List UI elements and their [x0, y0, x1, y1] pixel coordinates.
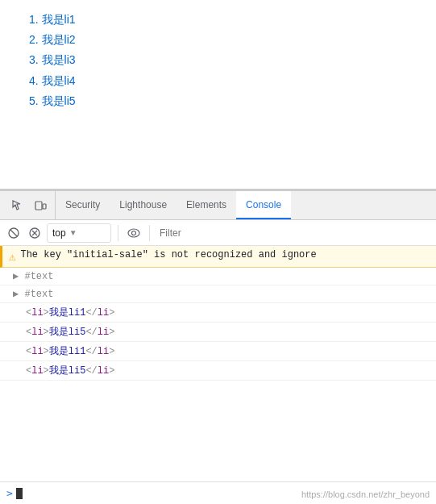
- toolbar-divider: [118, 225, 118, 241]
- list-item: 3. 我是li3: [29, 50, 423, 70]
- console-element-1: <li>我是li1</li>: [0, 303, 436, 323]
- svg-rect-0: [35, 202, 42, 210]
- console-node-2[interactable]: ▶ #text: [0, 285, 436, 303]
- clear-console-icon[interactable]: [5, 224, 23, 242]
- svg-line-3: [10, 230, 17, 236]
- tab-lighthouse[interactable]: Lighthouse: [110, 191, 176, 219]
- console-element-4: <li>我是li5</li>: [0, 361, 436, 381]
- console-element-2: <li>我是li5</li>: [0, 323, 436, 342]
- devtools-tab-bar: Security Lighthouse Elements Console: [0, 191, 436, 220]
- node-label-1: ▶ #text: [13, 270, 53, 282]
- list: 1. 我是li1 2. 我是li2 3. 我是li3 4. 我是li4 5. 我…: [13, 10, 423, 111]
- console-node-1[interactable]: ▶ #text: [0, 268, 436, 285]
- svg-point-8: [132, 231, 136, 235]
- devtools-icon-group: [3, 191, 56, 219]
- eye-icon[interactable]: [125, 224, 143, 242]
- console-element-3: <li>我是li1</li>: [0, 342, 436, 361]
- tab-elements[interactable]: Elements: [176, 191, 236, 219]
- warning-icon: ⚠: [9, 250, 15, 264]
- tab-console[interactable]: Console: [236, 191, 291, 219]
- console-warning-row: ⚠ The key "initial-sale" is not recogniz…: [0, 246, 436, 268]
- list-item: 2. 我是li2: [29, 30, 423, 50]
- context-value: top: [52, 227, 66, 239]
- chevron-down-icon: ▼: [69, 228, 77, 237]
- main-content: 1. 我是li1 2. 我是li2 3. 我是li3 4. 我是li4 5. 我…: [0, 0, 436, 190]
- stop-recording-icon[interactable]: [26, 224, 44, 242]
- device-toolbar-icon[interactable]: [31, 196, 50, 215]
- list-item: 5. 我是li5: [29, 91, 423, 111]
- devtools-tabs: Security Lighthouse Elements Console: [56, 191, 433, 219]
- console-output: ⚠ The key "initial-sale" is not recogniz…: [0, 246, 436, 481]
- list-item: 4. 我是li4: [29, 71, 423, 91]
- console-prompt: >: [6, 487, 13, 499]
- select-element-icon[interactable]: [8, 196, 27, 215]
- cursor: [16, 488, 23, 499]
- filter-input[interactable]: [156, 227, 431, 239]
- list-item: 1. 我是li1: [29, 10, 423, 30]
- svg-point-7: [128, 229, 139, 237]
- context-selector[interactable]: top ▼: [47, 223, 111, 243]
- devtools-panel: Security Lighthouse Elements Console top…: [0, 190, 436, 504]
- watermark: https://blog.csdn.net/zhr_beyond: [301, 489, 430, 499]
- node-label-2: ▶ #text: [13, 288, 53, 300]
- tab-security[interactable]: Security: [56, 191, 110, 219]
- console-toolbar: top ▼: [0, 220, 436, 246]
- svg-rect-1: [43, 204, 46, 209]
- warning-text: The key "initial-sale" is not recognized…: [20, 249, 316, 260]
- toolbar-divider-2: [149, 225, 150, 241]
